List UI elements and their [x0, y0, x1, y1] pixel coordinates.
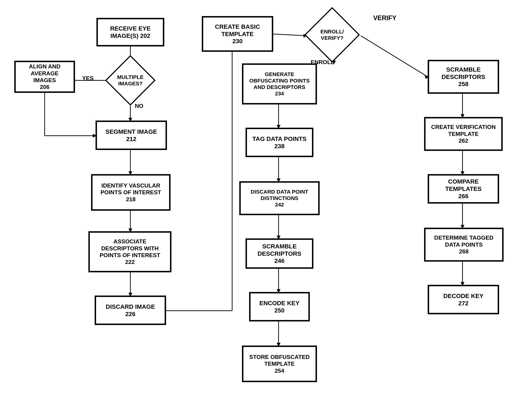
box-254: STORE OBFUSCATEDTEMPLATE254 — [242, 345, 317, 382]
box-262: CREATE VERIFICATIONTEMPLATE262 — [424, 117, 503, 151]
box-234: GENERATEOBFUSCATING POINTSAND DESCRIPTOR… — [242, 63, 317, 104]
box-246: SCRAMBLEDESCRIPTORS246 — [245, 238, 313, 269]
label-verify: VERIFY — [373, 14, 396, 22]
diamond-232: ENROLL/VERIFY? — [304, 12, 361, 58]
label-yes: YES — [82, 75, 94, 82]
box-268: DETERMINE TAGGEDDATA POINTS268 — [424, 228, 504, 261]
box-238: TAG DATA POINTS238 — [245, 128, 313, 157]
label-no: NO — [135, 103, 143, 109]
svg-line-23 — [361, 36, 428, 77]
box-218: IDENTIFY VASCULARPOINTS OF INTEREST218 — [91, 174, 170, 211]
box-272: DECODE KEY272 — [428, 285, 499, 314]
box-202: RECEIVE EYE IMAGE(S) 202 — [96, 18, 164, 47]
box-250: ENCODE KEY250 — [249, 292, 310, 321]
box-258: SCRAMBLEDESCRIPTORS258 — [428, 60, 499, 94]
diamond-204: MULTIPLEIMAGES? — [103, 59, 157, 102]
flowchart-diagram: RECEIVE EYE IMAGE(S) 202 ALIGN AND AVERA… — [0, 0, 525, 420]
box-212: SEGMENT IMAGE212 — [95, 121, 167, 150]
box-222: ASSOCIATEDESCRIPTORS WITHPOINTS OF INTER… — [88, 231, 171, 272]
svg-line-19 — [272, 34, 306, 36]
box-206: ALIGN AND AVERAGEIMAGES206 — [14, 61, 75, 93]
box-230: CREATE BASICTEMPLATE230 — [202, 16, 273, 52]
box-226: DISCARD IMAGE226 — [95, 296, 166, 325]
box-266: COMPARETEMPLATES266 — [428, 174, 499, 204]
box-242: DISCARD DATA POINTDISTINCTIONS242 — [239, 181, 320, 215]
